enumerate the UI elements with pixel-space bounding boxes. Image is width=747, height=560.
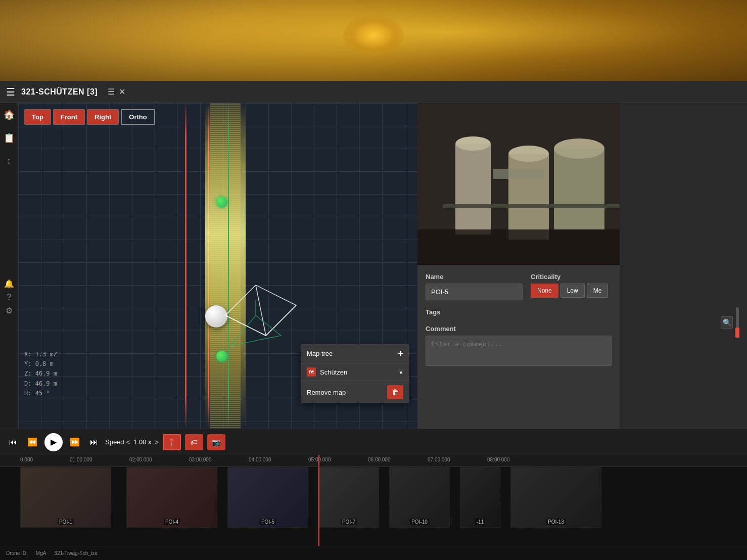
green-path	[228, 103, 229, 429]
document-icon[interactable]: 📋	[2, 130, 17, 146]
bottom-sidebar-icons: 🔔 ? ⚙	[0, 277, 18, 317]
thumb-label-poi1: POI-1	[58, 519, 74, 525]
coord-z: Z: 46.9 m	[24, 369, 57, 379]
svg-rect-12	[455, 144, 491, 235]
crit-none-button[interactable]: None	[531, 284, 558, 298]
pipe-svg	[417, 103, 620, 265]
tags-section: Tags	[426, 308, 612, 319]
home-icon[interactable]: 🏠	[2, 107, 17, 122]
play-button[interactable]: ▶	[44, 433, 63, 451]
timeline-playhead[interactable]	[318, 455, 319, 466]
coord-d: D: 46.9 m	[24, 379, 57, 389]
3d-viewport[interactable]: Top Front Right Ortho	[18, 103, 417, 429]
remove-map-button[interactable]: 🗑	[387, 385, 403, 399]
speed-control: Speed < 1.00 x >	[105, 438, 159, 446]
comment-textarea[interactable]	[426, 336, 612, 366]
menu-icon[interactable]: ☰	[6, 86, 15, 98]
green-dot-lower	[216, 351, 227, 362]
timeline-content: POI-1 POI-4 POI-5 POI-7 POI-10 -11	[0, 467, 747, 546]
thumb-poi4: POI-4	[126, 467, 217, 528]
top-view-button[interactable]: Top	[24, 109, 51, 125]
poi-add-button[interactable]: 📍	[163, 434, 181, 450]
thumb-label-poi4: POI-4	[164, 519, 180, 525]
crit-low-button[interactable]: Low	[561, 284, 585, 298]
time-mark-0: 0.000	[20, 457, 33, 462]
map-tree-add-button[interactable]: +	[398, 348, 403, 359]
map-chevron-icon: ∨	[399, 368, 403, 376]
speed-label: Speed	[105, 438, 124, 446]
speed-value: 1.00 x	[132, 438, 153, 446]
coord-y: Y: 0.8 m	[24, 359, 57, 369]
right-view-button[interactable]: Right	[87, 109, 119, 125]
thumb-label-poi11: -11	[475, 519, 485, 525]
view-buttons: Top Front Right Ortho	[24, 109, 155, 125]
criticality-label: Criticality	[531, 273, 612, 281]
import-icon[interactable]: ↕	[5, 154, 13, 168]
thumb-label-poi10: POI-10	[410, 519, 429, 525]
svg-rect-14	[443, 204, 620, 208]
zoom-bar[interactable]	[736, 307, 739, 338]
svg-line-2	[256, 285, 266, 336]
timeline-thumbnails: POI-1 POI-4 POI-5 POI-7 POI-10 -11	[0, 467, 747, 546]
skip-end-button[interactable]: ⏭	[87, 436, 101, 449]
front-view-button[interactable]: Front	[53, 109, 85, 125]
info-panel: Name Criticality None Low Me Tags	[417, 265, 620, 429]
name-label: Name	[426, 273, 523, 281]
step-back-button[interactable]: ⏪	[24, 435, 40, 449]
drone-id-text: Drone ID:	[6, 550, 28, 556]
remove-map-row: Remove map 🗑	[301, 381, 409, 403]
tags-label: Tags	[426, 308, 612, 316]
time-mark-2: 02:00.000	[129, 457, 152, 462]
time-mark-3: 03:00.000	[189, 457, 212, 462]
comment-label: Comment	[426, 325, 612, 333]
comment-section: Comment	[426, 325, 612, 421]
svg-rect-13	[493, 169, 544, 179]
map-item-name: Schützen	[320, 368, 395, 376]
svg-rect-10	[508, 154, 549, 240]
remove-map-label: Remove map	[307, 389, 346, 396]
svg-line-3	[266, 305, 296, 336]
help-icon[interactable]: ?	[7, 293, 12, 302]
left-sidebar: 🏠 📋 ↕	[0, 103, 18, 429]
coord-x: X: 1.3 mZ	[24, 350, 57, 359]
top-photo-area	[0, 0, 747, 81]
step-forward-button[interactable]: ⏩	[67, 435, 83, 449]
notification-icon[interactable]: 🔔	[4, 279, 14, 289]
list-view-button[interactable]: ☰	[108, 87, 115, 97]
screenshot-button[interactable]: 📷	[207, 434, 225, 450]
zoom-out-button[interactable]: 🔍	[721, 316, 733, 329]
speed-increase-button[interactable]: >	[155, 438, 159, 446]
timeline-playhead-content[interactable]	[318, 467, 319, 546]
point-cloud-strip	[205, 103, 246, 429]
app-container: ☰ 321-SCHÜTZEN [3] ☰ ✕ 🏠 📋 ↕ Top Front R…	[0, 81, 747, 560]
thumb-poi11: -11	[460, 467, 500, 528]
time-mark-1: 01:00.000	[70, 457, 92, 462]
info-row-name-criticality: Name Criticality None Low Me	[426, 273, 612, 300]
poi-tag-button[interactable]: 🏷	[185, 434, 203, 450]
timeline[interactable]: 0.000 01:00.000 02:00.000 03:00.000 04:0…	[0, 455, 747, 546]
thumb-poi10: POI-10	[389, 467, 450, 528]
zoom-handle	[735, 328, 739, 338]
thumb-label-poi7: POI-7	[341, 519, 357, 525]
bottom-toolbar: ⏮ ⏪ ▶ ⏩ ⏭ Speed < 1.00 x > 📍 🏷 📷	[0, 429, 747, 455]
name-input[interactable]	[426, 284, 523, 300]
map-tree-item[interactable]: 🗺 Schützen ∨	[301, 363, 409, 381]
zoom-controls: 🔍	[721, 307, 739, 338]
main-content: 🏠 📋 ↕ Top Front Right Ortho	[0, 103, 747, 429]
skip-start-button[interactable]: ⏮	[6, 436, 20, 449]
camera-view	[417, 103, 620, 265]
speed-decrease-button[interactable]: <	[126, 438, 130, 446]
crit-me-button[interactable]: Me	[587, 284, 609, 298]
map-tree-title: Map tree	[307, 350, 333, 357]
name-section: Name	[426, 273, 523, 300]
map-tree-popup: Map tree + 🗺 Schützen ∨ Remove map 🗑	[301, 344, 409, 403]
coordinates-display: X: 1.3 mZ Y: 0.8 m Z: 46.9 m D: 46.9 m H…	[24, 350, 57, 398]
settings-icon[interactable]: ⚙	[6, 306, 13, 315]
thumb-poi13: POI-13	[510, 467, 601, 528]
coord-h: H: 45 °	[24, 389, 57, 398]
ortho-view-button[interactable]: Ortho	[121, 109, 155, 125]
close-button[interactable]: ✕	[119, 87, 125, 97]
green-dot-upper	[216, 197, 227, 208]
red-path-left	[185, 103, 186, 429]
thumb-poi1: POI-1	[20, 467, 111, 528]
